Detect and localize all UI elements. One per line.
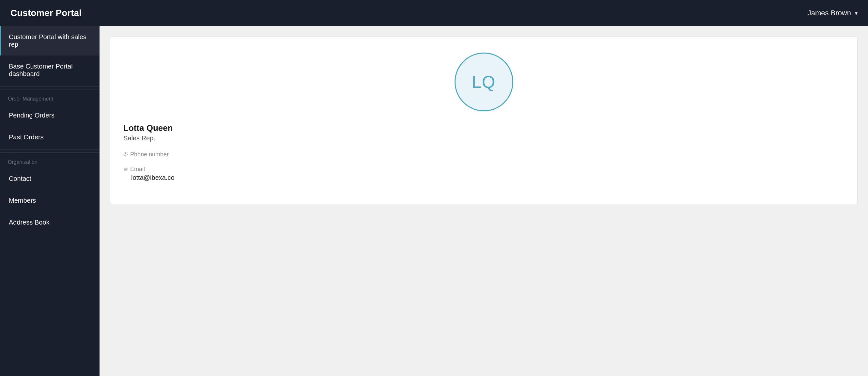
sidebar-item-members[interactable]: Members (0, 190, 99, 212)
sidebar: Customer Portal with sales rep Base Cust… (0, 26, 99, 376)
sidebar-section-organization: Organization (0, 152, 99, 168)
sidebar-item-label: Base Customer Portal dashboard (9, 63, 73, 77)
profile-name: Lotta Queen (123, 123, 173, 133)
username: James Brown (808, 9, 851, 17)
sidebar-item-contact[interactable]: Contact (0, 168, 99, 190)
sidebar-divider-2 (0, 150, 99, 150)
sidebar-section-order-management: Order Management (0, 89, 99, 104)
phone-icon: ✆ (123, 152, 128, 158)
profile-title: Sales Rep. (123, 134, 155, 142)
sidebar-item-label: Past Orders (9, 133, 44, 141)
phone-label: Phone number (130, 151, 169, 158)
sidebar-item-base-customer-portal[interactable]: Base Customer Portal dashboard (0, 56, 99, 85)
email-label-row: ✉ Email (123, 166, 175, 173)
sidebar-item-label: Pending Orders (9, 112, 55, 119)
phone-label-row: ✆ Phone number (123, 151, 169, 158)
sidebar-divider-1 (0, 86, 99, 87)
sales-rep-card: LQ Lotta Queen Sales Rep. ✆ Phone number… (110, 36, 858, 204)
sidebar-item-past-orders[interactable]: Past Orders (0, 126, 99, 148)
sidebar-item-label: Address Book (9, 219, 50, 226)
email-label: Email (130, 166, 145, 173)
email-icon: ✉ (123, 166, 128, 173)
main-content: LQ Lotta Queen Sales Rep. ✆ Phone number… (99, 26, 868, 376)
email-value: lotta@ibexa.co (123, 174, 175, 182)
sidebar-item-label: Customer Portal with sales rep (9, 33, 87, 48)
user-menu[interactable]: James Brown ▾ (808, 9, 858, 17)
sidebar-item-label: Members (9, 197, 36, 204)
top-navigation: Customer Portal James Brown ▾ (0, 0, 868, 26)
avatar: LQ (455, 53, 513, 111)
sidebar-item-customer-portal-sales-rep[interactable]: Customer Portal with sales rep (0, 26, 99, 56)
sidebar-item-label: Contact (9, 175, 31, 182)
sidebar-item-address-book[interactable]: Address Book (0, 212, 99, 233)
app-title: Customer Portal (10, 8, 82, 18)
email-field: ✉ Email lotta@ibexa.co (123, 166, 175, 182)
user-dropdown-arrow: ▾ (855, 10, 858, 16)
avatar-initials: LQ (472, 72, 496, 92)
phone-field: ✆ Phone number (123, 151, 169, 159)
sidebar-item-pending-orders[interactable]: Pending Orders (0, 104, 99, 126)
avatar-container: LQ (123, 53, 844, 111)
main-layout: Customer Portal with sales rep Base Cust… (0, 26, 868, 376)
